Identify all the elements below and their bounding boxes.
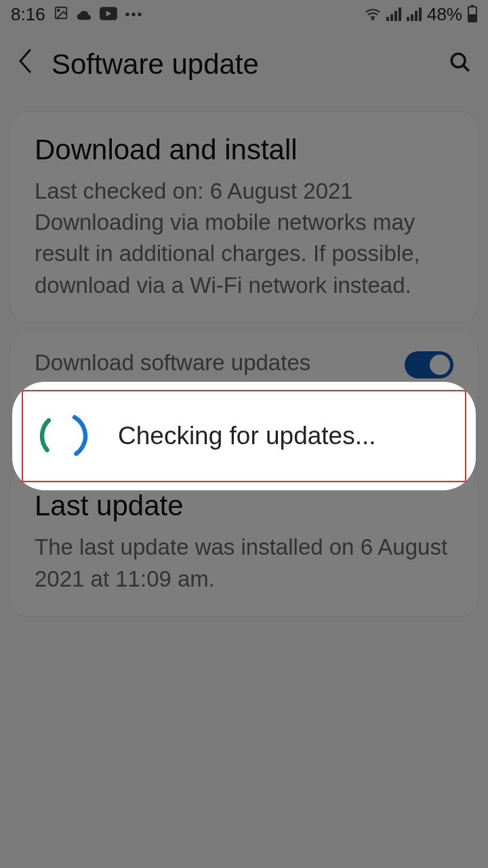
svg-point-6 bbox=[37, 409, 91, 463]
svg-point-5 bbox=[37, 409, 91, 463]
checking-dialog: Checking for updates... bbox=[12, 382, 476, 490]
spinner-icon bbox=[37, 409, 91, 463]
dialog-highlight: Checking for updates... bbox=[22, 390, 466, 482]
dialog-text: Checking for updates... bbox=[118, 422, 376, 450]
